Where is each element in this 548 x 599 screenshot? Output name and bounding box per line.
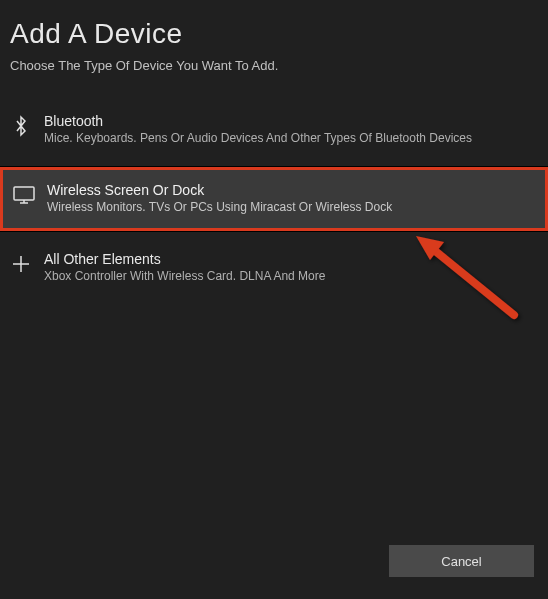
cancel-button[interactable]: Cancel bbox=[389, 545, 534, 577]
option-bluetooth-title: Bluetooth bbox=[44, 113, 472, 129]
option-other-text: All Other Elements Xbox Controller With … bbox=[44, 251, 325, 283]
svg-rect-0 bbox=[14, 187, 34, 200]
option-wireless-text: Wireless Screen Or Dock Wireless Monitor… bbox=[47, 182, 392, 214]
dialog-subtitle: Choose The Type Of Device You Want To Ad… bbox=[10, 58, 538, 73]
option-bluetooth[interactable]: Bluetooth Mice. Keyboards. Pens Or Audio… bbox=[0, 101, 548, 159]
option-other-desc: Xbox Controller With Wireless Card. DLNA… bbox=[44, 269, 325, 283]
bluetooth-icon bbox=[10, 115, 32, 137]
option-bluetooth-desc: Mice. Keyboards. Pens Or Audio Devices A… bbox=[44, 131, 472, 145]
device-options-list: Bluetooth Mice. Keyboards. Pens Or Audio… bbox=[0, 101, 548, 297]
option-all-other[interactable]: All Other Elements Xbox Controller With … bbox=[0, 239, 548, 297]
dialog-title: Add A Device bbox=[10, 18, 538, 50]
monitor-icon bbox=[13, 184, 35, 206]
option-other-title: All Other Elements bbox=[44, 251, 325, 267]
option-wireless-screen[interactable]: Wireless Screen Or Dock Wireless Monitor… bbox=[0, 167, 548, 231]
plus-icon bbox=[10, 253, 32, 275]
dialog-footer: Cancel bbox=[389, 545, 534, 577]
option-wireless-title: Wireless Screen Or Dock bbox=[47, 182, 392, 198]
option-wireless-desc: Wireless Monitors. TVs Or PCs Using Mira… bbox=[47, 200, 392, 214]
dialog-header: Add A Device Choose The Type Of Device Y… bbox=[0, 0, 548, 83]
option-bluetooth-text: Bluetooth Mice. Keyboards. Pens Or Audio… bbox=[44, 113, 472, 145]
